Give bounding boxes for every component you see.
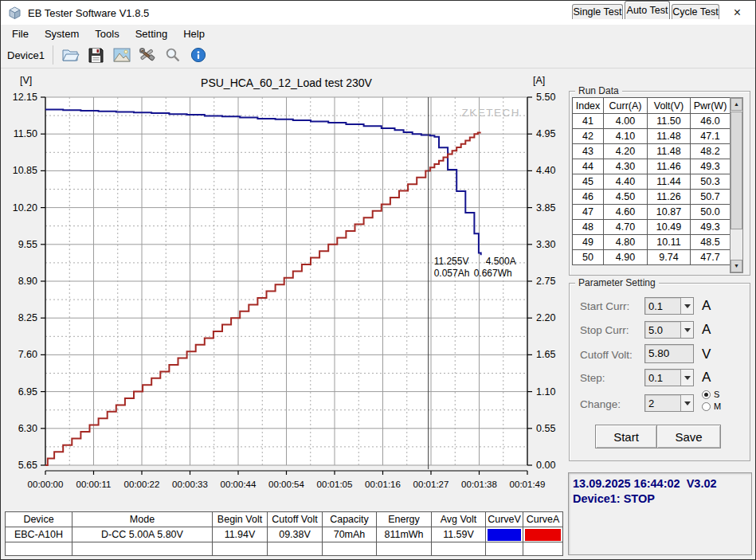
right-tick-label: 0.55 bbox=[536, 423, 555, 434]
run-data-row: 464.5011.2650.7 bbox=[573, 190, 731, 205]
watermark: ZKETECH bbox=[461, 107, 520, 119]
left-tick-label: 11.50 bbox=[14, 128, 37, 139]
menu-tools[interactable]: Tools bbox=[87, 26, 127, 41]
x-tick-label: 00:00:11 bbox=[76, 480, 112, 489]
start-button[interactable]: Start bbox=[595, 425, 657, 448]
step-combo[interactable]: 0.1 bbox=[644, 369, 694, 386]
curve-v-swatch bbox=[488, 529, 521, 541]
x-tick-label: 00:01:16 bbox=[365, 480, 401, 489]
radio-s[interactable]: S bbox=[702, 390, 719, 399]
curve-a-swatch bbox=[525, 529, 561, 541]
summary-column-header: Mode bbox=[72, 512, 213, 527]
cutoff-volt-field[interactable]: 5.80 bbox=[644, 344, 694, 363]
menu-setting[interactable]: Setting bbox=[127, 26, 175, 41]
zoom-icon[interactable] bbox=[163, 45, 183, 65]
run-data-row: 444.3011.4649.3 bbox=[573, 159, 731, 174]
x-tick-label: 00:00:54 bbox=[268, 480, 304, 489]
status-box: 13.09.2025 16:44:02 V3.02 Device1: STOP bbox=[568, 472, 752, 555]
run-data-row: 474.6010.8750.0 bbox=[573, 205, 731, 220]
chevron-down-icon[interactable] bbox=[680, 395, 693, 411]
menu-bar: File System Tools Setting Help bbox=[1, 25, 755, 42]
summary-column-header: Cutoff Volt bbox=[268, 512, 323, 527]
summary-column-header: Device bbox=[6, 512, 72, 527]
left-tick-label: 10.85 bbox=[13, 165, 37, 176]
save-icon[interactable] bbox=[86, 45, 107, 65]
summary-column-header: Capacity bbox=[323, 512, 377, 527]
chart-panel: 12.1511.5010.8510.209.558.908.257.606.95… bbox=[1, 69, 566, 509]
close-button[interactable]: × bbox=[719, 1, 755, 25]
scroll-thumb[interactable] bbox=[731, 112, 742, 229]
start-curr-unit: A bbox=[702, 298, 711, 314]
left-tick-label: 5.65 bbox=[18, 460, 37, 471]
chart-svg[interactable]: 12.1511.5010.8510.209.558.908.257.606.95… bbox=[1, 69, 566, 509]
start-curr-label: Start Curr: bbox=[580, 300, 629, 312]
chevron-down-icon[interactable] bbox=[680, 298, 693, 314]
x-tick-label: 00:00:22 bbox=[124, 480, 160, 489]
image-export-icon[interactable] bbox=[112, 45, 132, 65]
x-tick-label: 00:01:49 bbox=[510, 480, 546, 489]
parameter-title: Parameter Setting bbox=[575, 277, 659, 288]
menu-file[interactable]: File bbox=[4, 26, 37, 41]
stop-curr-label: Stop Curr: bbox=[580, 324, 629, 336]
cursor-readout-ah: 0.057Ah bbox=[434, 268, 470, 279]
device-tab-label[interactable]: Device1 bbox=[1, 49, 53, 61]
left-tick-label: 8.25 bbox=[18, 312, 37, 323]
right-tick-label: 0.00 bbox=[536, 460, 555, 471]
x-tick-label: 00:01:05 bbox=[317, 480, 353, 489]
run-data-row: 454.4011.4450.3 bbox=[573, 174, 731, 190]
run-data-row: 424.1011.4847.1 bbox=[573, 129, 731, 144]
left-tick-label: 10.20 bbox=[13, 202, 37, 213]
window-title: EB Tester Software V1.8.5 bbox=[28, 7, 149, 19]
summary-empty-row bbox=[6, 542, 563, 556]
scroll-down-icon[interactable]: ▼ bbox=[731, 260, 742, 272]
cutoff-volt-label: Cutoff Volt: bbox=[580, 349, 633, 361]
summary-row: EBC-A10HD-CC 5.00A 5.80V11.94V09.38V70mA… bbox=[6, 527, 563, 542]
run-data-row: 494.8010.1148.5 bbox=[573, 235, 731, 250]
step-unit: A bbox=[702, 370, 711, 386]
tools-icon[interactable] bbox=[137, 45, 158, 65]
cutoff-volt-unit: V bbox=[702, 347, 711, 362]
stop-curr-combo[interactable]: 5.0 bbox=[644, 321, 694, 339]
change-combo[interactable]: 2 bbox=[644, 394, 694, 412]
run-data-row: 484.7010.4949.3 bbox=[573, 220, 731, 235]
status-timestamp: 13.09.2025 16:44:02 V3.02 bbox=[573, 476, 747, 491]
run-data-scrollbar[interactable]: ▲ ▼ bbox=[730, 97, 743, 273]
step-label: Step: bbox=[580, 372, 605, 384]
run-data-row: 504.909.7447.7 bbox=[573, 250, 731, 265]
right-tick-label: 2.75 bbox=[536, 276, 555, 287]
right-tick-label: 2.20 bbox=[536, 312, 555, 323]
summary-column-header: Energy bbox=[377, 512, 432, 527]
left-tick-label: 6.30 bbox=[18, 423, 37, 434]
cursor-readout-volt: 11.255V bbox=[434, 256, 469, 267]
radio-m[interactable]: M bbox=[702, 401, 721, 411]
menu-help[interactable]: Help bbox=[175, 26, 213, 41]
tab-cycle-test[interactable]: Cycle Test bbox=[672, 4, 719, 19]
cursor-readout-curr: 4.500A bbox=[486, 256, 516, 267]
left-axis-unit: [V] bbox=[20, 75, 32, 86]
run-data-column-header: Index bbox=[573, 98, 604, 114]
left-tick-label: 6.95 bbox=[18, 386, 37, 397]
x-tick-label: 00:00:00 bbox=[28, 480, 64, 489]
summary-column-header: CurveA bbox=[523, 512, 563, 527]
save-button[interactable]: Save bbox=[656, 425, 721, 448]
scroll-up-icon[interactable]: ▲ bbox=[731, 98, 742, 111]
summary-column-header: Avg Volt bbox=[432, 512, 486, 527]
run-data-column-header: Curr(A) bbox=[604, 98, 648, 114]
right-tick-label: 3.85 bbox=[536, 202, 555, 213]
right-tick-label: 4.40 bbox=[536, 165, 555, 176]
tab-auto-test[interactable]: Auto Test bbox=[625, 1, 670, 19]
menu-system[interactable]: System bbox=[37, 26, 87, 41]
start-curr-combo[interactable]: 0.1 bbox=[644, 297, 694, 315]
run-data-column-header: Volt(V) bbox=[648, 98, 691, 114]
right-axis-unit: [A] bbox=[533, 75, 545, 86]
right-tick-label: 1.65 bbox=[536, 349, 555, 360]
summary-column-header: CurveV bbox=[486, 512, 523, 527]
chevron-down-icon[interactable] bbox=[680, 322, 693, 338]
chevron-down-icon[interactable] bbox=[680, 370, 693, 386]
tab-single-test[interactable]: Single Test bbox=[572, 4, 623, 19]
cursor-readout-wh: 0.667Wh bbox=[474, 268, 512, 279]
change-label: Change: bbox=[580, 398, 621, 410]
info-icon[interactable] bbox=[188, 45, 209, 65]
open-folder-icon[interactable] bbox=[61, 45, 81, 65]
right-tick-label: 5.50 bbox=[536, 92, 555, 103]
